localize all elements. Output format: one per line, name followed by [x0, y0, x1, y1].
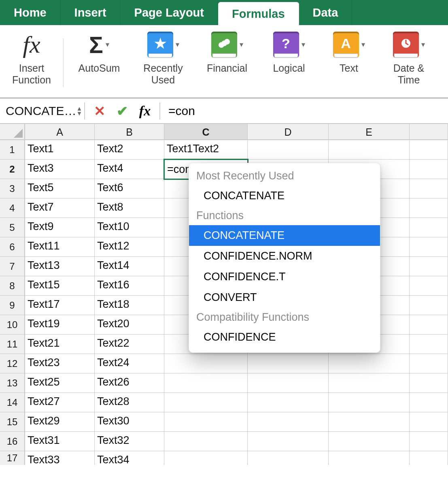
row-header-16[interactable]: 16: [0, 432, 25, 451]
row-header-4[interactable]: 4: [0, 198, 25, 218]
cell-B9[interactable]: Text18: [95, 296, 164, 315]
cell-B12[interactable]: Text24: [95, 354, 164, 373]
column-header-C[interactable]: C: [164, 124, 248, 139]
cell-B15[interactable]: Text30: [95, 412, 164, 432]
cell-A13[interactable]: Text25: [25, 373, 95, 393]
cell-B2[interactable]: Text4: [95, 160, 164, 179]
cell-C15[interactable]: [164, 412, 248, 432]
cancel-formula-button[interactable]: ✕: [91, 103, 108, 119]
autocomplete-item[interactable]: CONCATENATE: [189, 185, 380, 206]
cell-B6[interactable]: Text12: [95, 237, 164, 257]
cell-A7[interactable]: Text13: [25, 257, 95, 276]
cell-F17[interactable]: [410, 451, 448, 465]
cell-B17[interactable]: Text34: [95, 451, 164, 465]
cell-B14[interactable]: Text28: [95, 393, 164, 412]
row-header-12[interactable]: 12: [0, 354, 25, 373]
cell-A8[interactable]: Text15: [25, 276, 95, 296]
cell-F13[interactable]: [410, 373, 448, 393]
cell-A4[interactable]: Text7: [25, 198, 95, 218]
tab-insert[interactable]: Insert: [61, 0, 121, 25]
cell-A3[interactable]: Text5: [25, 179, 95, 198]
cell-C12[interactable]: [164, 354, 248, 373]
cell-F10[interactable]: [410, 315, 448, 335]
select-all-corner[interactable]: [0, 124, 25, 140]
cell-A6[interactable]: Text11: [25, 237, 95, 257]
cell-B7[interactable]: Text14: [95, 257, 164, 276]
cell-F6[interactable]: [410, 237, 448, 257]
column-header-F[interactable]: [410, 124, 448, 139]
autosum-button[interactable]: Σ ▾ AutoSum: [71, 28, 127, 97]
name-box[interactable]: CONCATE… ▲▼: [4, 102, 78, 120]
cell-D17[interactable]: [248, 451, 329, 465]
cell-E16[interactable]: [329, 432, 410, 451]
autocomplete-item[interactable]: CONCATENATE: [189, 225, 380, 246]
row-header-15[interactable]: 15: [0, 412, 25, 432]
logical-button[interactable]: ? ▾ Logical: [263, 28, 315, 97]
cell-F11[interactable]: [410, 335, 448, 354]
cell-F9[interactable]: [410, 296, 448, 315]
column-header-B[interactable]: B: [95, 124, 164, 139]
cell-C1[interactable]: Text1Text2: [164, 140, 248, 160]
cell-D15[interactable]: [248, 412, 329, 432]
cell-B13[interactable]: Text26: [95, 373, 164, 393]
cell-A17[interactable]: Text33: [25, 451, 95, 465]
tab-formulas[interactable]: Formulas: [218, 2, 299, 25]
accept-formula-button[interactable]: ✔: [114, 103, 130, 119]
cell-C14[interactable]: [164, 393, 248, 412]
tab-home[interactable]: Home: [0, 0, 61, 25]
row-header-17[interactable]: 17: [0, 451, 25, 465]
cell-B5[interactable]: Text10: [95, 218, 164, 237]
row-header-5[interactable]: 5: [0, 218, 25, 237]
cell-A5[interactable]: Text9: [25, 218, 95, 237]
cell-B8[interactable]: Text16: [95, 276, 164, 296]
cell-C16[interactable]: [164, 432, 248, 451]
cell-C17[interactable]: [164, 451, 248, 465]
cell-F7[interactable]: [410, 257, 448, 276]
autocomplete-item[interactable]: CONVERT: [189, 287, 380, 308]
cell-A10[interactable]: Text19: [25, 315, 95, 335]
cell-A14[interactable]: Text27: [25, 393, 95, 412]
row-header-6[interactable]: 6: [0, 237, 25, 257]
row-header-8[interactable]: 8: [0, 276, 25, 296]
cell-D1[interactable]: [248, 140, 329, 160]
cell-A15[interactable]: Text29: [25, 412, 95, 432]
recently-used-button[interactable]: ★ ▾ Recently Used: [135, 28, 191, 97]
column-header-A[interactable]: A: [25, 124, 95, 139]
cell-E14[interactable]: [329, 393, 410, 412]
insert-function-button[interactable]: fx Insert Function: [7, 28, 56, 97]
row-header-11[interactable]: 11: [0, 335, 25, 354]
row-header-13[interactable]: 13: [0, 373, 25, 393]
cell-A1[interactable]: Text1: [25, 140, 95, 160]
text-button[interactable]: A ▾ Text: [323, 28, 375, 97]
cell-A9[interactable]: Text17: [25, 296, 95, 315]
cell-A12[interactable]: Text23: [25, 354, 95, 373]
autocomplete-item[interactable]: CONFIDENCE.T: [189, 266, 380, 287]
cell-B16[interactable]: Text32: [95, 432, 164, 451]
cell-B11[interactable]: Text22: [95, 335, 164, 354]
autocomplete-item[interactable]: CONFIDENCE.NORM: [189, 246, 380, 266]
cell-E12[interactable]: [329, 354, 410, 373]
cell-D14[interactable]: [248, 393, 329, 412]
stepper-icon[interactable]: ▲▼: [76, 106, 82, 116]
cell-A16[interactable]: Text31: [25, 432, 95, 451]
cell-F4[interactable]: [410, 198, 448, 218]
row-header-7[interactable]: 7: [0, 257, 25, 276]
tab-page-layout[interactable]: Page Layout: [121, 0, 218, 25]
cell-B1[interactable]: Text2: [95, 140, 164, 160]
row-header-10[interactable]: 10: [0, 315, 25, 335]
cell-D13[interactable]: [248, 373, 329, 393]
row-header-3[interactable]: 3: [0, 179, 25, 198]
cell-E15[interactable]: [329, 412, 410, 432]
column-header-D[interactable]: D: [248, 124, 329, 139]
cell-A11[interactable]: Text21: [25, 335, 95, 354]
cell-F8[interactable]: [410, 276, 448, 296]
financial-button[interactable]: ▾ Financial: [199, 28, 255, 97]
column-header-E[interactable]: E: [329, 124, 410, 139]
cell-F5[interactable]: [410, 218, 448, 237]
cell-F3[interactable]: [410, 179, 448, 198]
cell-F15[interactable]: [410, 412, 448, 432]
cell-F14[interactable]: [410, 393, 448, 412]
cell-E1[interactable]: [329, 140, 410, 160]
cell-F16[interactable]: [410, 432, 448, 451]
tab-data[interactable]: Data: [299, 0, 352, 25]
